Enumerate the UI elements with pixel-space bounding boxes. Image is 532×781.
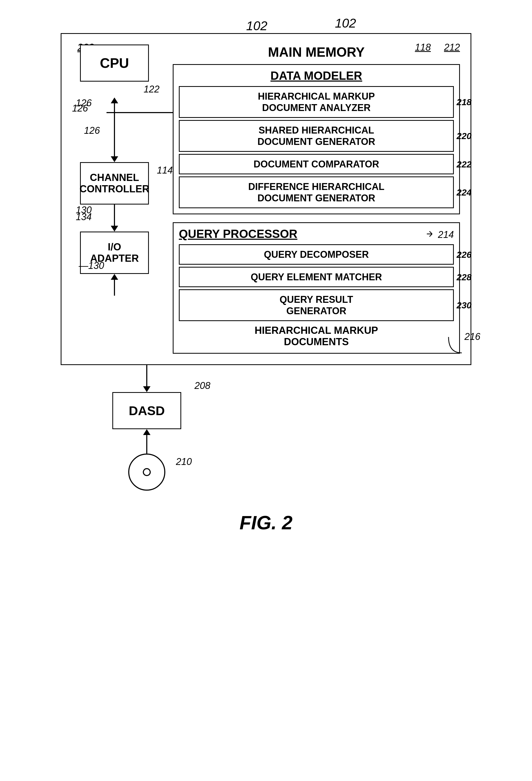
io-adapter-label: I/O ADAPTER (90, 241, 139, 264)
label-114: 114 (157, 165, 173, 176)
document-comparator-box: DOCUMENT COMPARATOR 222 (179, 154, 454, 174)
qp-title: QUERY PROCESSOR (179, 227, 297, 241)
disk-symbol (128, 454, 165, 491)
qp-arrow-icon (427, 230, 435, 238)
query-result-generator-label: QUERY RESULT GENERATOR (280, 294, 353, 316)
query-processor-box: QUERY PROCESSOR 214 (173, 222, 460, 354)
v-line-io-dasd (146, 365, 147, 386)
query-decomposer-label: QUERY DECOMPOSER (264, 249, 369, 260)
label-220: 220 (456, 131, 472, 141)
outer-content: 202 CPU 122 126 (72, 44, 460, 354)
label-210: 210 (176, 456, 192, 467)
query-decomposer-box: QUERY DECOMPOSER 226 (179, 244, 454, 265)
label-228: 228 (456, 272, 472, 282)
label-230: 230 (456, 300, 472, 311)
outer-box-wrapper: 202 CPU 122 126 (61, 33, 471, 365)
fig-ref-label: 102 (335, 16, 356, 31)
label-208: 208 (195, 380, 210, 391)
v-line-1 (114, 103, 115, 130)
bracket-icon (446, 334, 473, 356)
label-214: 214 (438, 229, 454, 240)
channel-controller-box: CHANNEL CONTROLLER (80, 162, 149, 205)
label-212: 212 (444, 42, 460, 53)
h-connector-line (107, 112, 181, 113)
arrow-up-io (111, 274, 118, 280)
data-modeler-title: DATA MODELER (179, 69, 454, 82)
v-line-3 (114, 205, 115, 215)
arrow-down-cc (111, 156, 118, 162)
hierarchical-markup-box: HIERARCHICAL MARKUP DOCUMENT ANALYZER 21… (179, 86, 454, 118)
cpu-box: CPU (80, 44, 149, 82)
data-modeler-box: DATA MODELER HIERARCHICAL MARKUP DOCUMEN… (173, 64, 460, 214)
right-column: 118 212 MAIN MEMORY DATA MODELER HIERARC… (173, 44, 460, 354)
label-218: 218 (456, 97, 472, 107)
v-line-4 (114, 215, 115, 226)
hierarchical-markup-label: HIERARCHICAL MARKUP DOCUMENT ANALYZER (258, 91, 375, 113)
cpu-label: CPU (100, 55, 129, 71)
query-element-matcher-box: QUERY ELEMENT MATCHER 228 (179, 267, 454, 287)
arrow-up-cpu (111, 97, 118, 103)
label-224: 224 (456, 187, 472, 198)
difference-hierarchical-box: DIFFERENCE HIERARCHICAL DOCUMENT GENERAT… (179, 176, 454, 208)
label-126: 126 (76, 97, 92, 109)
label-134: 134 (76, 211, 92, 222)
label-122: 122 (144, 84, 160, 95)
query-element-matcher-label: QUERY ELEMENT MATCHER (251, 272, 382, 282)
left-column: 202 CPU 122 126 (72, 44, 157, 296)
below-box: 208 DASD 210 (232, 365, 300, 491)
label-222: 222 (456, 159, 472, 169)
v-line-5 (114, 280, 115, 296)
difference-hierarchical-label: DIFFERENCE HIERARCHICAL DOCUMENT GENERAT… (248, 181, 384, 203)
dasd-box: DASD (112, 392, 181, 429)
outer-box: 202 CPU 122 126 (61, 33, 471, 365)
fig-caption: FIG. 2 (240, 512, 292, 534)
v-line-2 (114, 130, 115, 156)
v-line-disk (146, 435, 147, 454)
channel-controller-label: CHANNEL CONTROLLER (80, 172, 150, 195)
arrow-down-dasd (143, 386, 151, 392)
arrow-up-disk (143, 429, 151, 435)
dasd-label: DASD (129, 404, 165, 418)
arrow-down-io (111, 226, 118, 232)
document-comparator-label: DOCUMENT COMPARATOR (253, 159, 379, 170)
io-adapter-box: I/O ADAPTER (80, 232, 149, 274)
label-226: 226 (456, 249, 472, 260)
query-result-generator-box: QUERY RESULT GENERATOR 230 (179, 289, 454, 321)
shared-hierarchical-label: SHARED HIERARCHICAL DOCUMENT GENERATOR (257, 125, 375, 147)
disk-inner (143, 468, 151, 476)
shared-hierarchical-box: SHARED HIERARCHICAL DOCUMENT GENERATOR 2… (179, 120, 454, 152)
outer-ref-label: 102 (246, 18, 267, 33)
hmd-label: HIERARCHICAL MARKUP DOCUMENTS (179, 325, 454, 347)
diagram-container: 102 102 202 CPU 122 (34, 16, 498, 534)
label-118: 118 (415, 42, 431, 53)
